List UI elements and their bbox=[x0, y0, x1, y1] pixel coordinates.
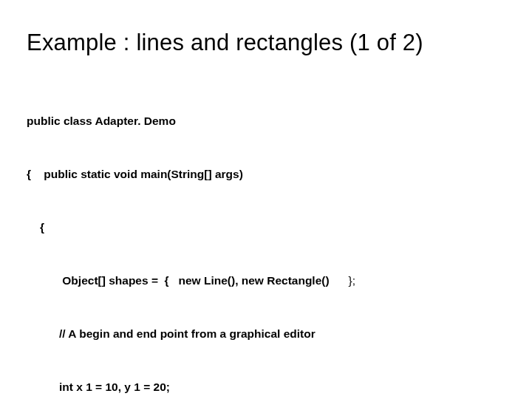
code-block: public class Adapter. Demo { public stat… bbox=[27, 77, 505, 399]
code-line: public class Adapter. Demo bbox=[27, 112, 505, 130]
slide: Example : lines and rectangles (1 of 2) … bbox=[0, 0, 532, 399]
code-fragment: Object[] shapes = { new Line(), new Rect… bbox=[59, 274, 330, 287]
code-fragment: }; bbox=[330, 274, 355, 287]
code-line: { bbox=[27, 219, 505, 236]
code-line: { public static void main(String[] args) bbox=[27, 166, 505, 183]
code-line: int x 1 = 10, y 1 = 20; bbox=[27, 378, 505, 396]
slide-title: Example : lines and rectangles (1 of 2) bbox=[27, 30, 505, 56]
code-line: // A begin and end point from a graphica… bbox=[27, 325, 505, 343]
code-line: Object[] shapes = { new Line(), new Rect… bbox=[27, 272, 505, 290]
